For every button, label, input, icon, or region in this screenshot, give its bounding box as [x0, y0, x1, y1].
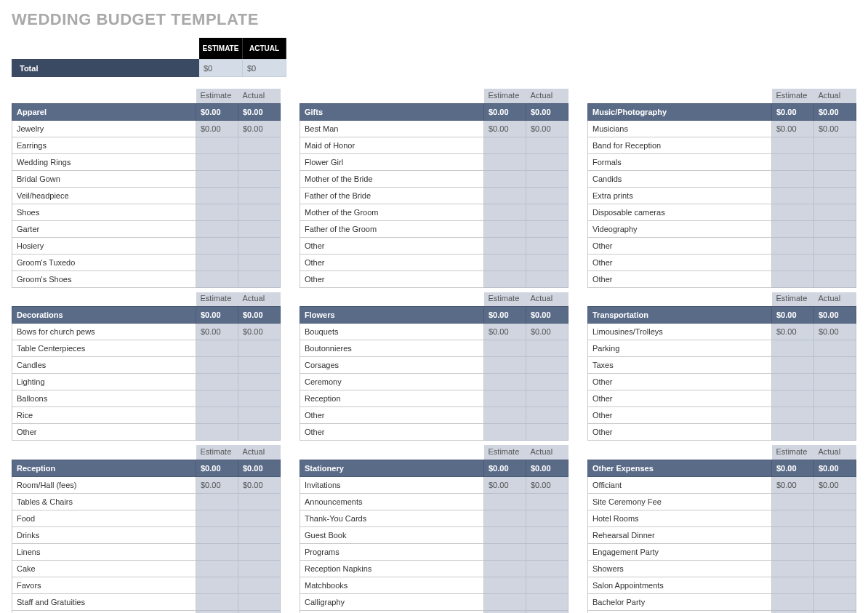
line-item-estimate[interactable] [772, 187, 814, 204]
line-item-actual[interactable]: $0.00 [814, 120, 856, 137]
line-item-actual[interactable] [814, 526, 856, 543]
line-item-estimate[interactable] [772, 340, 814, 357]
line-item-estimate[interactable] [772, 543, 814, 560]
line-item-estimate[interactable] [484, 390, 526, 407]
line-item-actual[interactable] [238, 237, 281, 254]
line-item-estimate[interactable] [484, 153, 526, 170]
line-item-estimate[interactable] [196, 610, 238, 613]
line-item-estimate[interactable] [196, 493, 238, 510]
line-item-estimate[interactable]: $0.00 [484, 324, 526, 340]
line-item-estimate[interactable] [196, 204, 238, 220]
line-item-estimate[interactable] [484, 593, 526, 610]
line-item-actual[interactable] [526, 543, 568, 560]
line-item-estimate[interactable] [772, 374, 814, 390]
line-item-estimate[interactable] [196, 220, 238, 237]
line-item-actual[interactable] [526, 220, 568, 237]
line-item-actual[interactable]: $0.00 [238, 120, 281, 137]
line-item-actual[interactable] [238, 153, 281, 170]
line-item-estimate[interactable] [772, 357, 814, 374]
line-item-actual[interactable]: $0.00 [526, 476, 568, 493]
line-item-actual[interactable]: $0.00 [814, 476, 856, 493]
line-item-actual[interactable] [238, 271, 281, 287]
line-item-actual[interactable] [526, 340, 568, 357]
line-item-actual[interactable] [526, 526, 568, 543]
line-item-estimate[interactable] [484, 220, 526, 237]
line-item-actual[interactable] [238, 390, 281, 407]
line-item-estimate[interactable] [772, 237, 814, 254]
line-item-actual[interactable] [814, 610, 856, 613]
line-item-actual[interactable] [238, 424, 281, 441]
line-item-actual[interactable] [814, 577, 856, 593]
line-item-estimate[interactable] [196, 593, 238, 610]
line-item-actual[interactable] [526, 493, 568, 510]
line-item-actual[interactable] [238, 493, 281, 510]
line-item-actual[interactable]: $0.00 [526, 120, 568, 137]
line-item-actual[interactable] [814, 137, 856, 153]
total-actual[interactable]: $0 [243, 59, 286, 77]
line-item-actual[interactable] [526, 357, 568, 374]
line-item-actual[interactable] [238, 187, 281, 204]
total-estimate[interactable]: $0 [199, 59, 243, 77]
line-item-estimate[interactable]: $0.00 [196, 120, 238, 137]
line-item-actual[interactable] [238, 593, 281, 610]
line-item-actual[interactable] [526, 237, 568, 254]
line-item-estimate[interactable] [772, 493, 814, 510]
line-item-estimate[interactable] [772, 137, 814, 153]
line-item-estimate[interactable] [484, 577, 526, 593]
line-item-actual[interactable] [814, 390, 856, 407]
line-item-actual[interactable] [814, 424, 856, 441]
line-item-actual[interactable] [526, 271, 568, 287]
line-item-estimate[interactable] [196, 577, 238, 593]
line-item-estimate[interactable] [484, 187, 526, 204]
line-item-estimate[interactable]: $0.00 [196, 476, 238, 493]
line-item-actual[interactable] [814, 357, 856, 374]
line-item-estimate[interactable]: $0.00 [196, 324, 238, 340]
line-item-actual[interactable]: $0.00 [814, 324, 856, 340]
line-item-actual[interactable] [526, 374, 568, 390]
line-item-estimate[interactable] [772, 407, 814, 424]
line-item-estimate[interactable] [484, 170, 526, 187]
line-item-estimate[interactable] [196, 374, 238, 390]
line-item-estimate[interactable] [772, 220, 814, 237]
line-item-estimate[interactable] [196, 526, 238, 543]
line-item-actual[interactable] [814, 170, 856, 187]
line-item-estimate[interactable] [196, 187, 238, 204]
line-item-estimate[interactable] [196, 390, 238, 407]
line-item-actual[interactable] [814, 254, 856, 271]
line-item-actual[interactable] [238, 374, 281, 390]
line-item-estimate[interactable] [196, 357, 238, 374]
line-item-actual[interactable] [238, 610, 281, 613]
line-item-estimate[interactable] [196, 424, 238, 441]
line-item-estimate[interactable] [484, 254, 526, 271]
line-item-actual[interactable] [238, 526, 281, 543]
line-item-actual[interactable]: $0.00 [526, 324, 568, 340]
line-item-estimate[interactable] [484, 340, 526, 357]
line-item-estimate[interactable] [772, 254, 814, 271]
line-item-actual[interactable] [814, 543, 856, 560]
line-item-estimate[interactable] [484, 374, 526, 390]
line-item-actual[interactable] [526, 577, 568, 593]
line-item-actual[interactable] [526, 610, 568, 613]
line-item-actual[interactable] [814, 271, 856, 287]
line-item-actual[interactable] [814, 153, 856, 170]
line-item-estimate[interactable]: $0.00 [772, 324, 814, 340]
line-item-actual[interactable] [814, 187, 856, 204]
line-item-actual[interactable] [526, 254, 568, 271]
line-item-estimate[interactable] [772, 610, 814, 613]
line-item-estimate[interactable] [196, 254, 238, 271]
line-item-estimate[interactable]: $0.00 [484, 476, 526, 493]
line-item-actual[interactable] [814, 374, 856, 390]
line-item-actual[interactable] [814, 204, 856, 220]
line-item-actual[interactable] [238, 407, 281, 424]
line-item-estimate[interactable] [196, 407, 238, 424]
line-item-estimate[interactable] [484, 543, 526, 560]
line-item-estimate[interactable] [196, 137, 238, 153]
line-item-actual[interactable] [526, 187, 568, 204]
line-item-estimate[interactable] [772, 204, 814, 220]
line-item-estimate[interactable] [484, 560, 526, 577]
line-item-actual[interactable] [814, 560, 856, 577]
line-item-estimate[interactable] [196, 510, 238, 526]
line-item-actual[interactable] [814, 340, 856, 357]
line-item-estimate[interactable] [484, 204, 526, 220]
line-item-actual[interactable] [814, 237, 856, 254]
